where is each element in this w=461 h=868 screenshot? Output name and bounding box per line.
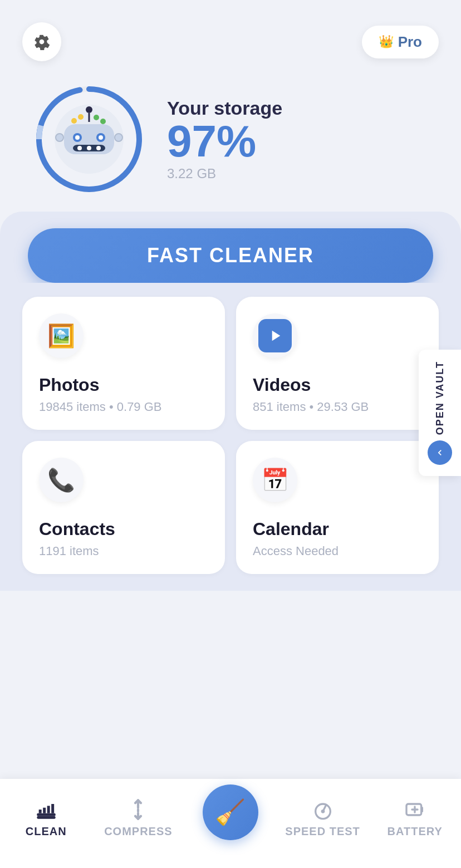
- nav-item-compress[interactable]: COMPRESS: [92, 798, 185, 838]
- vault-label: OPEN VAULT: [434, 361, 446, 435]
- grid-section: OPEN VAULT 🖼️ Photos 19845 items • 0.79 …: [0, 283, 461, 591]
- storage-percent: 97%: [167, 119, 282, 164]
- videos-subtitle: 851 items • 29.53 GB: [253, 400, 422, 414]
- gear-icon: [33, 33, 50, 50]
- top-bar: 👑 Pro: [0, 0, 461, 72]
- contacts-icon: 📞: [47, 467, 75, 493]
- open-vault-tab[interactable]: OPEN VAULT: [419, 350, 461, 476]
- fast-cleaner-button[interactable]: FAST CLEANER: [28, 228, 433, 283]
- video-icon: [258, 319, 292, 352]
- contacts-icon-bubble: 📞: [39, 458, 84, 502]
- svg-point-15: [56, 134, 63, 141]
- svg-point-4: [86, 106, 92, 113]
- center-action-button[interactable]: 🧹: [203, 784, 258, 840]
- svg-point-14: [96, 146, 101, 150]
- calendar-subtitle: Access Needed: [253, 544, 422, 558]
- contacts-subtitle: 1191 items: [39, 544, 208, 558]
- svg-rect-27: [37, 816, 55, 818]
- battery-icon: [404, 798, 426, 821]
- storage-info: Your storage 97% 3.22 GB: [167, 97, 282, 182]
- storage-section: Your storage 97% 3.22 GB: [0, 72, 461, 212]
- svg-rect-34: [421, 807, 423, 812]
- compress-label: COMPRESS: [104, 825, 172, 838]
- svg-point-9: [75, 135, 80, 140]
- photos-card[interactable]: 🖼️ Photos 19845 items • 0.79 GB: [22, 297, 225, 430]
- speed-test-icon: [312, 798, 334, 821]
- pro-label: Pro: [398, 33, 422, 51]
- main-content-area: FAST CLEANER: [0, 212, 461, 283]
- photos-title: Photos: [39, 375, 208, 395]
- svg-rect-22: [37, 813, 55, 816]
- storage-label: Your storage: [167, 97, 282, 119]
- svg-point-12: [77, 146, 82, 150]
- videos-title: Videos: [253, 375, 422, 395]
- chevron-left-icon: [434, 447, 445, 458]
- fast-cleaner-label: FAST CLEANER: [147, 244, 314, 267]
- storage-gb: 3.22 GB: [167, 166, 282, 182]
- svg-point-13: [87, 146, 91, 150]
- videos-icon-bubble: [253, 313, 297, 358]
- svg-rect-25: [47, 806, 50, 813]
- battery-label: BATTERY: [388, 825, 443, 838]
- calendar-card[interactable]: 📅 Calendar Access Needed: [236, 441, 439, 574]
- contacts-title: Contacts: [39, 519, 208, 540]
- nav-item-center[interactable]: 🧹: [184, 784, 277, 851]
- settings-button[interactable]: [22, 22, 61, 61]
- nav-item-battery[interactable]: BATTERY: [369, 798, 461, 838]
- photos-subtitle: 19845 items • 0.79 GB: [39, 400, 208, 414]
- svg-point-32: [321, 810, 325, 813]
- svg-point-17: [71, 118, 77, 124]
- svg-rect-24: [43, 807, 46, 813]
- photos-icon: 🖼️: [47, 323, 75, 349]
- robot-icon: [53, 103, 125, 175]
- bottom-navigation: CLEAN COMPRESS 🧹 SPEED TEST: [0, 779, 461, 868]
- compress-icon: [127, 798, 149, 821]
- crown-icon: 👑: [379, 35, 394, 49]
- svg-rect-23: [38, 810, 41, 813]
- speed-test-label: SPEED TEST: [285, 825, 360, 838]
- svg-point-18: [78, 114, 84, 120]
- svg-point-10: [99, 135, 103, 140]
- storage-gauge: [33, 84, 145, 195]
- calendar-icon: 📅: [261, 467, 289, 493]
- svg-point-20: [94, 115, 99, 120]
- photos-icon-bubble: 🖼️: [39, 313, 84, 358]
- contacts-card[interactable]: 📞 Contacts 1191 items: [22, 441, 225, 574]
- svg-rect-26: [51, 804, 54, 813]
- nav-item-clean[interactable]: CLEAN: [0, 798, 92, 838]
- svg-point-21: [100, 119, 106, 124]
- clean-label: CLEAN: [26, 825, 67, 838]
- svg-point-16: [115, 134, 122, 141]
- media-grid: 🖼️ Photos 19845 items • 0.79 GB Videos 8…: [22, 297, 439, 574]
- calendar-title: Calendar: [253, 519, 422, 540]
- pro-button[interactable]: 👑 Pro: [362, 26, 439, 58]
- calendar-icon-bubble: 📅: [253, 458, 297, 502]
- broom-icon: 🧹: [215, 798, 246, 827]
- videos-card[interactable]: Videos 851 items • 29.53 GB: [236, 297, 439, 430]
- clean-icon: [35, 798, 57, 821]
- nav-item-speed-test[interactable]: SPEED TEST: [277, 798, 369, 838]
- vault-chevron-icon[interactable]: [428, 440, 452, 465]
